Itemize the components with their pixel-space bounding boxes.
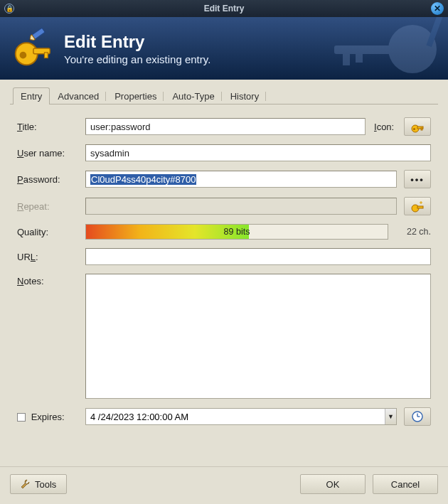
- username-field[interactable]: [85, 144, 431, 161]
- title-field[interactable]: [85, 118, 366, 135]
- key-icon: [410, 119, 425, 134]
- expires-checkbox[interactable]: [17, 413, 26, 422]
- banner-subtitle: You're editing an existing entry.: [64, 53, 210, 65]
- svg-rect-2: [343, 53, 350, 65]
- repeat-field: [85, 198, 397, 215]
- svg-rect-18: [417, 206, 423, 208]
- password-value: Cl0udP4ss40p4city#8700: [90, 174, 196, 185]
- url-label: URL:: [17, 252, 78, 262]
- expires-date-combo[interactable]: ▼: [85, 408, 397, 425]
- quality-text: 89 bits: [86, 225, 388, 239]
- entry-form: Title: Icon: User name: Password:: [10, 104, 438, 461]
- banner: Edit Entry You're editing an existing en…: [0, 17, 448, 80]
- ok-button[interactable]: OK: [300, 474, 366, 494]
- notes-field[interactable]: [85, 274, 431, 399]
- generate-password-button[interactable]: [404, 197, 431, 215]
- title-label: Title:: [17, 122, 78, 132]
- toggle-password-button[interactable]: •••: [404, 170, 431, 188]
- svg-point-7: [20, 52, 27, 59]
- icon-label: Icon:: [373, 122, 397, 132]
- tab-properties[interactable]: Properties: [107, 87, 164, 104]
- key-pencil-icon: [10, 26, 54, 70]
- clock-icon: [411, 410, 424, 423]
- svg-rect-3: [356, 53, 363, 63]
- quality-bar: 89 bits: [85, 224, 388, 240]
- tools-button[interactable]: Tools: [10, 474, 67, 494]
- banner-text: Edit Entry You're editing an existing en…: [64, 32, 210, 65]
- url-field[interactable]: [85, 248, 431, 265]
- dots-icon: •••: [410, 174, 425, 185]
- char-count: 22 ch.: [395, 227, 431, 237]
- expires-control[interactable]: Expires:: [17, 412, 78, 422]
- quality-label: Quality:: [17, 227, 78, 237]
- footer: Tools OK Cancel: [0, 466, 448, 500]
- password-label: Password:: [17, 174, 78, 185]
- tab-bar: Entry Advanced Properties Auto-Type Hist…: [10, 87, 438, 104]
- icon-button[interactable]: [404, 117, 431, 136]
- cancel-button[interactable]: Cancel: [373, 474, 438, 494]
- tab-auto-type[interactable]: Auto-Type: [164, 87, 222, 104]
- chevron-down-icon[interactable]: ▼: [385, 409, 396, 424]
- tab-entry[interactable]: Entry: [13, 87, 50, 104]
- key-spark-icon: [410, 199, 425, 213]
- svg-rect-16: [421, 128, 422, 130]
- expires-label: Expires:: [31, 412, 65, 422]
- username-label: User name:: [17, 148, 78, 159]
- svg-rect-9: [44, 53, 48, 58]
- expires-date-field[interactable]: [86, 410, 385, 424]
- tools-label: Tools: [35, 479, 56, 490]
- svg-marker-12: [29, 40, 31, 41]
- close-icon[interactable]: ✕: [431, 2, 444, 15]
- svg-point-14: [413, 128, 415, 130]
- tab-advanced[interactable]: Advanced: [50, 87, 107, 104]
- notes-label: Notes:: [17, 274, 78, 286]
- banner-heading: Edit Entry: [64, 32, 210, 52]
- titlebar: 🔒 Edit Entry ✕: [0, 0, 448, 17]
- app-icon: 🔒: [4, 4, 14, 14]
- banner-bg-key-icon: [313, 17, 448, 80]
- expires-clock-button[interactable]: [404, 407, 431, 426]
- wrench-icon: [21, 479, 31, 489]
- window-title: Edit Entry: [0, 4, 448, 14]
- tab-history[interactable]: History: [223, 87, 267, 104]
- password-field[interactable]: Cl0udP4ss40p4city#8700: [85, 171, 397, 188]
- repeat-label: Repeat:: [17, 201, 78, 212]
